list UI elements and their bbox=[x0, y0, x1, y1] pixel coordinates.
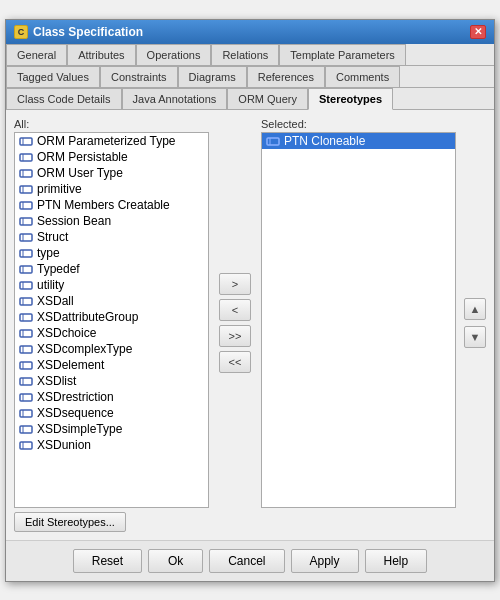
list-item[interactable]: XSDunion bbox=[15, 437, 208, 453]
list-item[interactable]: type bbox=[15, 245, 208, 261]
orm-icon bbox=[19, 310, 33, 324]
list-item[interactable]: Typedef bbox=[15, 261, 208, 277]
tab-orm-query[interactable]: ORM Query bbox=[227, 88, 308, 109]
tab-operations[interactable]: Operations bbox=[136, 44, 212, 65]
content-area: All: ORM Parameterized Type ORM Persista… bbox=[6, 110, 494, 540]
tabs-row-3: Class Code Details Java Annotations ORM … bbox=[6, 88, 494, 110]
window-icon: C bbox=[14, 25, 28, 39]
tab-class-code-details[interactable]: Class Code Details bbox=[6, 88, 122, 109]
tabs-row-2: Tagged Values Constraints Diagrams Refer… bbox=[6, 66, 494, 88]
svg-rect-14 bbox=[20, 250, 32, 257]
orm-icon bbox=[19, 150, 33, 164]
list-item[interactable]: utility bbox=[15, 277, 208, 293]
svg-rect-20 bbox=[20, 298, 32, 305]
list-item[interactable]: ORM User Type bbox=[15, 165, 208, 181]
list-item[interactable]: XSDattributeGroup bbox=[15, 309, 208, 325]
panels-container: All: ORM Parameterized Type ORM Persista… bbox=[14, 118, 486, 508]
move-up-button[interactable]: ▲ bbox=[464, 298, 486, 320]
list-item[interactable]: XSDlist bbox=[15, 373, 208, 389]
svg-rect-4 bbox=[20, 170, 32, 177]
move-all-left-button[interactable]: << bbox=[219, 351, 251, 373]
selected-label: Selected: bbox=[261, 118, 456, 130]
orm-icon bbox=[19, 342, 33, 356]
list-item[interactable]: XSDelement bbox=[15, 357, 208, 373]
all-list[interactable]: ORM Parameterized Type ORM Persistable O… bbox=[14, 132, 209, 508]
orm-icon bbox=[19, 326, 33, 340]
list-item[interactable]: ORM Parameterized Type bbox=[15, 133, 208, 149]
selected-panel: Selected: PTN Cloneable bbox=[261, 118, 456, 508]
edit-stereotypes-container: Edit Stereotypes... bbox=[14, 512, 486, 532]
tab-template-parameters[interactable]: Template Parameters bbox=[279, 44, 406, 65]
orm-icon bbox=[19, 390, 33, 404]
reset-button[interactable]: Reset bbox=[73, 549, 142, 573]
svg-rect-2 bbox=[20, 154, 32, 161]
tab-diagrams[interactable]: Diagrams bbox=[178, 66, 247, 87]
tab-constraints[interactable]: Constraints bbox=[100, 66, 178, 87]
all-panel: All: ORM Parameterized Type ORM Persista… bbox=[14, 118, 209, 508]
list-item[interactable]: ORM Persistable bbox=[15, 149, 208, 165]
svg-rect-32 bbox=[20, 394, 32, 401]
list-item[interactable]: XSDrestriction bbox=[15, 389, 208, 405]
orm-icon bbox=[19, 230, 33, 244]
tab-general[interactable]: General bbox=[6, 44, 67, 65]
tab-java-annotations[interactable]: Java Annotations bbox=[122, 88, 228, 109]
list-item[interactable]: XSDcomplexType bbox=[15, 341, 208, 357]
title-bar: C Class Specification ✕ bbox=[6, 20, 494, 44]
svg-rect-16 bbox=[20, 266, 32, 273]
orm-icon bbox=[19, 262, 33, 276]
tab-relations[interactable]: Relations bbox=[211, 44, 279, 65]
list-item[interactable]: XSDsimpleType bbox=[15, 421, 208, 437]
orm-icon bbox=[19, 374, 33, 388]
svg-rect-6 bbox=[20, 186, 32, 193]
tab-stereotypes[interactable]: Stereotypes bbox=[308, 88, 393, 110]
list-item[interactable]: XSDchoice bbox=[15, 325, 208, 341]
move-left-button[interactable]: < bbox=[219, 299, 251, 321]
orm-icon bbox=[19, 294, 33, 308]
list-item[interactable]: primitive bbox=[15, 181, 208, 197]
tab-tagged-values[interactable]: Tagged Values bbox=[6, 66, 100, 87]
list-item[interactable]: XSDsequence bbox=[15, 405, 208, 421]
move-down-button[interactable]: ▼ bbox=[464, 326, 486, 348]
help-button[interactable]: Help bbox=[365, 549, 428, 573]
orm-icon bbox=[19, 214, 33, 228]
svg-rect-8 bbox=[20, 202, 32, 209]
list-item[interactable]: Struct bbox=[15, 229, 208, 245]
tab-attributes[interactable]: Attributes bbox=[67, 44, 135, 65]
svg-rect-28 bbox=[20, 362, 32, 369]
svg-rect-0 bbox=[20, 138, 32, 145]
move-all-right-button[interactable]: >> bbox=[219, 325, 251, 347]
class-specification-window: C Class Specification ✕ General Attribut… bbox=[5, 19, 495, 582]
cancel-button[interactable]: Cancel bbox=[209, 549, 284, 573]
move-right-button[interactable]: > bbox=[219, 273, 251, 295]
tabs-row-1: General Attributes Operations Relations … bbox=[6, 44, 494, 66]
svg-rect-40 bbox=[267, 138, 279, 145]
svg-rect-30 bbox=[20, 378, 32, 385]
svg-rect-36 bbox=[20, 426, 32, 433]
orm-icon-selected bbox=[266, 134, 280, 148]
apply-button[interactable]: Apply bbox=[291, 549, 359, 573]
orm-icon bbox=[19, 198, 33, 212]
tab-comments[interactable]: Comments bbox=[325, 66, 400, 87]
orm-icon bbox=[19, 134, 33, 148]
list-item[interactable]: XSDall bbox=[15, 293, 208, 309]
svg-rect-26 bbox=[20, 346, 32, 353]
orm-icon bbox=[19, 406, 33, 420]
svg-rect-34 bbox=[20, 410, 32, 417]
window-title: Class Specification bbox=[33, 25, 143, 39]
tab-references[interactable]: References bbox=[247, 66, 325, 87]
list-item[interactable]: PTN Members Creatable bbox=[15, 197, 208, 213]
edit-stereotypes-button[interactable]: Edit Stereotypes... bbox=[14, 512, 126, 532]
list-item[interactable]: Session Bean bbox=[15, 213, 208, 229]
close-button[interactable]: ✕ bbox=[470, 25, 486, 39]
svg-rect-24 bbox=[20, 330, 32, 337]
selected-list[interactable]: PTN Cloneable bbox=[261, 132, 456, 508]
selected-list-item[interactable]: PTN Cloneable bbox=[262, 133, 455, 149]
orm-icon bbox=[19, 246, 33, 260]
orm-icon bbox=[19, 438, 33, 452]
bottom-buttons-bar: Reset Ok Cancel Apply Help bbox=[6, 540, 494, 581]
svg-rect-10 bbox=[20, 218, 32, 225]
orm-icon bbox=[19, 278, 33, 292]
title-bar-left: C Class Specification bbox=[14, 25, 143, 39]
ok-button[interactable]: Ok bbox=[148, 549, 203, 573]
svg-rect-22 bbox=[20, 314, 32, 321]
